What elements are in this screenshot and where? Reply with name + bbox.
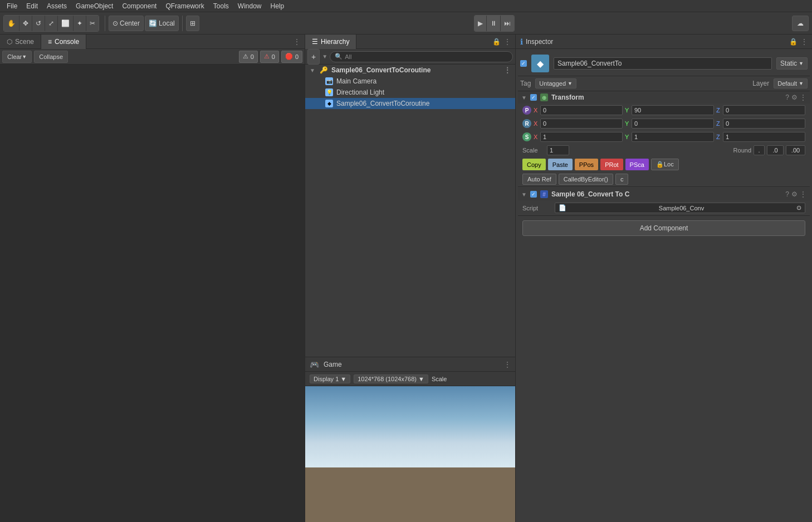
hierarchy-root[interactable]: ▼ 🔑 Sample06_ConvertToCoroutine ⋮ [305,65,515,76]
sky-view [305,386,515,467]
script-help[interactable]: ? [785,190,789,198]
center-btn[interactable]: ⊙ Center [109,16,144,31]
psca-btn[interactable]: PSca [625,159,649,170]
menu-tools[interactable]: Tools [209,0,233,12]
pos-y-input[interactable] [632,105,714,115]
hierarchy-main-camera[interactable]: 📷 Main Camera [305,76,515,87]
root-more[interactable]: ⋮ [504,66,511,74]
inspector-tab-bar: ℹ Inspector 🔒 ⋮ [516,35,812,49]
transform-header[interactable]: ▼ ✓ ⊕ Transform ? ⚙ ⋮ [518,91,810,104]
hierarchy-content[interactable]: ▼ 🔑 Sample06_ConvertToCoroutine ⋮ 📷 Main… [305,65,515,357]
step-btn[interactable]: ⏭ [501,16,514,31]
round-dot-input[interactable] [754,145,765,155]
transform-buttons-row2: Auto Ref CalledByEditor() c [518,172,810,186]
menu-window[interactable]: Window [233,0,266,12]
grid-btn[interactable]: ⊞ [186,16,199,31]
static-dropdown[interactable]: Static ▼ [776,57,808,70]
static-label: Static [780,60,797,67]
ploc-btn[interactable]: 🔒Loc [651,159,679,170]
called-btn[interactable]: CalledByEditor() [559,174,613,185]
console-content[interactable] [0,65,305,522]
hierarchy-directional-light[interactable]: 💡 Directional Light [305,87,515,98]
transform-help[interactable]: ? [785,93,789,101]
menu-gameobject[interactable]: GameObject [71,0,118,12]
rot-x-input[interactable] [540,119,623,129]
rot-z-input[interactable] [723,119,805,129]
tab-hierarchy[interactable]: ☰ Hierarchy [305,35,356,49]
tab-scene[interactable]: ⬡ Scene [0,35,41,49]
pos-x-input[interactable] [540,105,623,115]
hierarchy-lock[interactable]: 🔒 [492,38,501,46]
game-more[interactable]: ⋮ [504,361,511,368]
layer-dropdown[interactable]: Default ▼ [774,78,808,88]
inspector-more[interactable]: ⋮ [801,38,808,46]
script-header[interactable]: ▼ ✓ # Sample 06_Convert To C ? ⚙ ⋮ [518,188,810,200]
transform-tool[interactable]: ✦ [74,16,86,31]
play-btn[interactable]: ▶ [475,16,486,31]
transform-more[interactable]: ⋮ [800,93,806,101]
transform-enabled[interactable]: ✓ [530,94,537,101]
transform-settings[interactable]: ⚙ [791,93,798,101]
move-tool[interactable]: ✥ [19,16,32,31]
pos-z-field: Z [716,105,805,115]
autoref-btn[interactable]: Auto Ref [522,174,556,185]
warning-count: 0 [251,53,254,60]
position-row: P X Y Z [518,104,810,117]
round-dblzero-input[interactable] [786,145,805,155]
scale-x-input[interactable] [540,132,623,142]
pos-z-input[interactable] [723,105,805,115]
tab-more[interactable]: ⋮ [289,38,305,46]
script-enabled[interactable]: ✓ [530,191,537,198]
prot-btn[interactable]: PRot [600,159,623,170]
tab-console[interactable]: ≡ Console [41,35,86,49]
menu-qframework[interactable]: QFramework [161,0,208,12]
directional-light-label: Directional Light [336,88,384,96]
resolution-dropdown[interactable]: 1024*768 (1024x768) ▼ [354,375,428,383]
cloud-btn[interactable]: ☁ [792,16,809,31]
hierarchy-more[interactable]: ⋮ [504,38,511,46]
rotate-tool[interactable]: ↺ [32,16,45,31]
display-dropdown[interactable]: Display 1 ▼ [310,375,350,383]
scale-val-input[interactable] [547,145,569,155]
transform-buttons-row1: Copy Paste PPos PRot PSca 🔒Loc [518,157,810,172]
menu-help[interactable]: Help [266,0,289,12]
local-btn[interactable]: 🔄 Local [145,16,179,31]
rect-tool[interactable]: ⬜ [58,16,73,31]
c-btn[interactable]: c [615,174,629,185]
error-badge: ⚠ 0 [260,51,279,63]
menu-bar: File Edit Assets GameObject Component QF… [0,0,812,12]
warning-icon: ⚠ [243,53,248,60]
collapse-btn[interactable]: Collapse [34,51,68,63]
script-settings[interactable]: ⚙ [791,190,798,198]
inspector-tab[interactable]: ℹ Inspector [520,37,789,46]
object-enabled[interactable]: ✓ [520,60,527,67]
rot-y-input[interactable] [632,119,714,129]
tool-group: ✋ ✥ ↺ ⤢ ⬜ ✦ ✂ [3,15,99,32]
scale-tool[interactable]: ⤢ [45,16,57,31]
script-more[interactable]: ⋮ [800,190,806,198]
add-object-btn[interactable]: + [307,49,320,65]
scale-z-input[interactable] [723,132,805,142]
hierarchy-sample-object[interactable]: ◆ Sample06_ConvertToCoroutine [305,98,515,109]
menu-assets[interactable]: Assets [42,0,71,12]
ppos-btn[interactable]: PPos [575,159,598,170]
pause-btn[interactable]: ⏸ [487,16,500,31]
hierarchy-search[interactable]: 🔍 All [330,51,513,62]
copy-btn[interactable]: Copy [522,159,546,170]
add-component-btn[interactable]: Add Component [522,220,805,236]
hand-tool[interactable]: ✋ [4,16,19,31]
menu-file[interactable]: File [2,0,22,12]
menu-edit[interactable]: Edit [22,0,42,12]
paste-btn[interactable]: Paste [548,159,573,170]
object-name-input[interactable] [554,57,772,70]
round-zero-input[interactable] [767,145,784,155]
object-icon: ◆ [531,55,549,72]
clear-btn[interactable]: Clear ▼ [2,51,32,63]
custom-tool[interactable]: ✂ [86,16,99,31]
tag-dropdown[interactable]: Untagged ▼ [535,78,576,88]
script-value[interactable]: 📄 Sample06_Conv ⊙ [555,203,805,213]
scale-y-input[interactable] [632,132,714,142]
game-tab-label[interactable]: Game [324,361,342,368]
inspector-lock[interactable]: 🔒 [789,38,798,46]
menu-component[interactable]: Component [118,0,161,12]
